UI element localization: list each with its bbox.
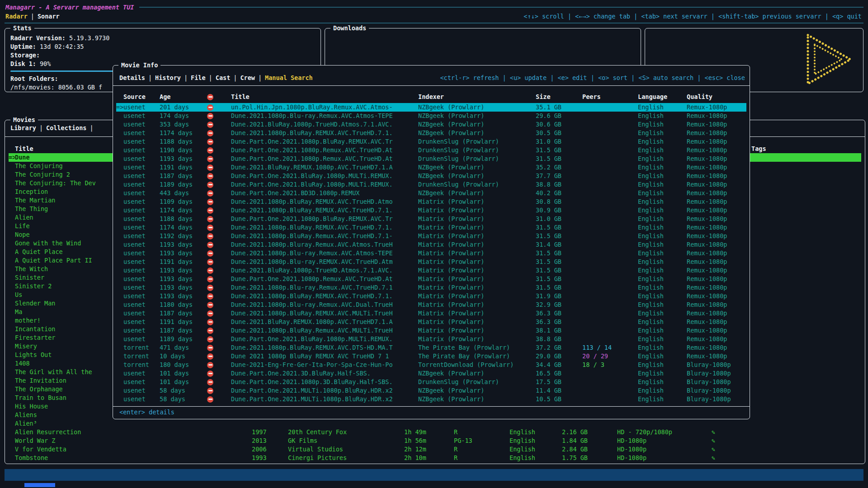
release-source: usenet xyxy=(123,326,160,335)
release-peers xyxy=(582,155,638,163)
rejected-icon xyxy=(207,225,213,231)
search-result-row[interactable]: usenet 1191 days Dune.2021.BluRay.REMUX.… xyxy=(116,318,746,326)
search-result-row[interactable]: usenet 1187 days Dune.Part.One.2021.BluR… xyxy=(116,172,746,180)
search-result-row[interactable]: usenet 1193 days Dune.2021.1080p.Blu-ray… xyxy=(116,283,746,292)
search-result-row[interactable]: usenet 1109 days Dune.2021.1080p.BluRay.… xyxy=(116,197,746,206)
servarr-tab[interactable]: Radarr xyxy=(5,13,28,20)
search-result-row[interactable]: usenet 1174 days Dune.2021.1080p.BluRay.… xyxy=(116,129,746,137)
release-indexer: The Pirate Bay (Prowlarr) xyxy=(418,352,536,361)
search-result-row[interactable]: usenet 1190 days Dune.Part.One.2021.1080… xyxy=(116,146,746,155)
search-result-row[interactable]: usenet 1188 days Dune.Part.One.2021.1080… xyxy=(116,215,746,223)
search-result-row[interactable]: usenet 353 days Dune.2021.BluRay.1080p.T… xyxy=(116,120,746,129)
movie-info-tab[interactable]: Crew xyxy=(240,74,255,81)
release-quality: Remux-1080p xyxy=(687,309,746,318)
search-result-row[interactable]: usenet 174 days Dune.2021.1080p.Blu-ray.… xyxy=(116,112,746,120)
release-quality: Remux-1080p xyxy=(687,258,746,266)
release-source: usenet xyxy=(123,275,160,283)
selection-marker xyxy=(9,308,15,316)
movie-list-item[interactable]: Alien Resurrection 1997 20th Century Fox… xyxy=(9,428,861,436)
search-result-row[interactable]: => usenet 201 days un.Pol.Hin.Jpn.1080p.… xyxy=(116,103,746,112)
release-language: English xyxy=(638,129,687,137)
terminal-cursor xyxy=(24,483,55,487)
movie-info-tab[interactable]: History xyxy=(155,74,181,81)
release-title: Dune.Part.One.2021.1080p.3D.BluRay.Half-… xyxy=(231,378,418,386)
search-result-row[interactable]: usenet 1189 days Dune.Part.One.2021.BluR… xyxy=(116,180,746,189)
movie-info-tab[interactable]: File xyxy=(191,74,206,81)
search-result-row[interactable]: usenet 1187 days Dune.2021.1080p.BluRay.… xyxy=(116,309,746,318)
selection-marker xyxy=(9,333,15,342)
selection-marker xyxy=(9,342,15,351)
release-indexer: NZBgeek (Prowlarr) xyxy=(418,189,536,197)
servarr-tab[interactable]: Sonarr xyxy=(38,13,60,20)
selection-marker xyxy=(116,172,123,180)
movie-studio: 20th Century Fox xyxy=(288,428,404,436)
search-result-row[interactable]: usenet 1193 days Dune.2021.BluRay.1080p.… xyxy=(116,266,746,275)
release-source: torrent xyxy=(123,361,160,369)
search-result-row[interactable]: torrent 180 days Dune-2021-Eng-Fre-Ger-I… xyxy=(116,361,746,369)
search-result-row[interactable]: usenet 1191 days Dune.2021.1080p.Blu-ray… xyxy=(116,258,746,266)
movies-tab[interactable]: Collections xyxy=(46,124,86,131)
search-result-row[interactable]: torrent 10 days Dune 2021 1080p BluRay R… xyxy=(116,352,746,361)
release-quality: Remux-1080p xyxy=(687,335,746,343)
release-language: English xyxy=(638,206,687,215)
release-quality: Remux-1080p xyxy=(687,163,746,172)
movie-tags xyxy=(751,196,861,205)
search-result-row[interactable]: usenet 1193 days Dune.2021.1080p.Bluray.… xyxy=(116,240,746,249)
disk-label: Disk 1: xyxy=(10,60,40,67)
release-age: 180 days xyxy=(160,361,206,369)
movies-tab[interactable]: Library xyxy=(10,124,36,131)
global-keybinding-hints: <↑↓> scroll | <←→> change tab | <tab> ne… xyxy=(524,12,862,21)
movie-list-item[interactable]: World War Z 2013 GK Films 1h 56m PG-13 E… xyxy=(9,436,861,445)
release-size: 31.5 GB xyxy=(536,275,582,283)
search-result-row[interactable]: usenet 101 days Dune.Part.One.2021.1080p… xyxy=(116,378,746,386)
search-result-row[interactable]: usenet 1193 days Dune.2021.1080p.Blu-ray… xyxy=(116,249,746,258)
release-age: 58 days xyxy=(160,386,206,395)
release-peers xyxy=(582,335,638,343)
selection-marker xyxy=(116,275,123,283)
search-result-row[interactable]: usenet 1193 days Dune.Part.One.2021.1080… xyxy=(116,275,746,283)
search-result-row[interactable]: usenet 1192 days Dune.2021.1080p.BluRay.… xyxy=(116,232,746,240)
search-result-row[interactable]: usenet 1189 days Dune.Part.One.2021.BluR… xyxy=(116,335,746,343)
release-indexer: Miatrix (Prowlarr) xyxy=(418,326,536,335)
movie-language: English xyxy=(509,436,562,445)
search-result-row[interactable]: usenet 1193 days Dune.Part.One.2021.1080… xyxy=(116,155,746,163)
search-result-row[interactable]: usenet 1180 days Dune.2021.1080p.Blu-ray… xyxy=(116,300,746,309)
release-source: usenet xyxy=(123,129,160,137)
movie-info-tab[interactable]: Cast xyxy=(216,74,231,81)
movie-list-item[interactable]: Alien³ xyxy=(9,419,861,428)
movie-title: V for Vendetta xyxy=(15,445,252,454)
movie-language: English xyxy=(509,428,562,436)
search-result-row[interactable]: usenet 1187 days Dune.2021.1080p.BluRay.… xyxy=(116,326,746,335)
release-language: English xyxy=(638,292,687,300)
search-result-row[interactable]: usenet 443 days Dune.Part.One.2021.BD3D.… xyxy=(116,189,746,197)
search-result-row[interactable]: torrent 471 days Dune.2021.1080p.BluRay.… xyxy=(116,343,746,352)
search-result-row[interactable]: usenet 1174 days Dune.2021.1080p.BluRay.… xyxy=(116,206,746,215)
movie-tags xyxy=(751,368,861,376)
search-result-row[interactable]: usenet 58 days Dune.Part.One.2021.MULTi.… xyxy=(116,395,746,404)
search-result-row[interactable]: usenet 1193 days Dune.2021.1080p.BluRay.… xyxy=(116,292,746,300)
movie-list-item[interactable]: V for Vendetta 2006 Virtual Studios 2h 1… xyxy=(9,445,861,454)
search-result-row[interactable]: usenet 1188 days Dune.Part.One.2021.1080… xyxy=(116,137,746,146)
search-result-row[interactable]: usenet 58 days Dune.Part.One.2021.MULTi.… xyxy=(116,386,746,395)
selection-marker xyxy=(116,120,123,129)
search-result-row[interactable]: usenet 101 days Dune.Part.One.2021.3D.Bl… xyxy=(116,369,746,378)
movie-info-tab[interactable]: Manual Search xyxy=(265,74,313,81)
selection-marker xyxy=(9,436,15,445)
movie-quality: HD-1080p xyxy=(617,436,712,445)
selection-marker xyxy=(9,162,15,170)
rejected-icon xyxy=(207,156,213,162)
movie-list-item[interactable]: Tombstone 1993 Cinergi Pictures 2h 10m R… xyxy=(9,454,861,462)
selection-marker xyxy=(9,291,15,299)
stats-panel-title: Stats xyxy=(10,24,34,32)
release-quality: Remux-1080p xyxy=(687,343,746,352)
movie-info-tab[interactable]: Details xyxy=(119,74,145,81)
release-quality: Remux-1080p xyxy=(687,240,746,249)
movie-info-tabs: Details|History|File|Cast|Crew|Manual Se… xyxy=(119,74,319,82)
release-age: 1192 days xyxy=(160,232,206,240)
release-source: usenet xyxy=(123,292,160,300)
search-result-row[interactable]: usenet 1191 days Dune.2021.BluRay.REMUX.… xyxy=(116,163,746,172)
storage-label: Storage: xyxy=(10,51,316,60)
search-result-row[interactable]: usenet 1174 days Dune.2021.1080p.BluRay.… xyxy=(116,223,746,232)
selection-marker xyxy=(116,146,123,155)
release-indexer: Miatrix (Prowlarr) xyxy=(418,275,536,283)
